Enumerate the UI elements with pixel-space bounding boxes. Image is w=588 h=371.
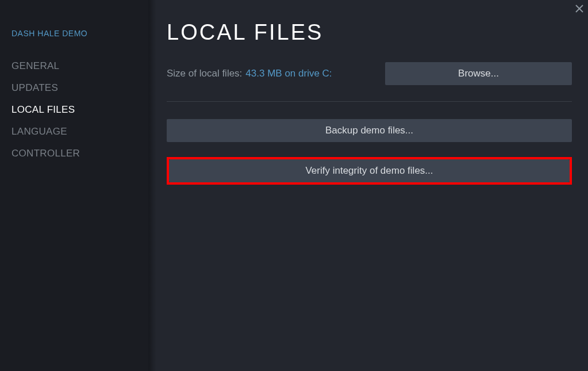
shadow-edge <box>148 0 156 371</box>
sidebar-item-language[interactable]: LANGUAGE <box>11 121 148 143</box>
size-text: Size of local files: 43.3 MB on drive C: <box>167 68 332 79</box>
backup-button[interactable]: Backup demo files... <box>167 119 572 142</box>
size-label: Size of local files: <box>167 68 242 79</box>
app-title: DASH HALE DEMO <box>11 29 148 38</box>
sidebar-item-general[interactable]: GENERAL <box>11 55 148 77</box>
sidebar: DASH HALE DEMO GENERAL UPDATES LOCAL FIL… <box>0 0 148 371</box>
browse-button[interactable]: Browse... <box>385 62 572 85</box>
size-row: Size of local files: 43.3 MB on drive C:… <box>167 62 572 85</box>
page-title: LOCAL FILES <box>167 20 572 45</box>
sidebar-item-local-files[interactable]: LOCAL FILES <box>11 99 148 121</box>
main-panel: LOCAL FILES Size of local files: 43.3 MB… <box>148 0 588 371</box>
divider <box>167 101 572 102</box>
sidebar-item-updates[interactable]: UPDATES <box>11 77 148 99</box>
size-value: 43.3 MB on drive C: <box>245 68 332 79</box>
verify-button[interactable]: Verify integrity of demo files... <box>169 159 570 182</box>
close-icon[interactable] <box>573 2 586 15</box>
sidebar-item-controller[interactable]: CONTROLLER <box>11 143 148 165</box>
verify-highlight: Verify integrity of demo files... <box>167 157 572 185</box>
